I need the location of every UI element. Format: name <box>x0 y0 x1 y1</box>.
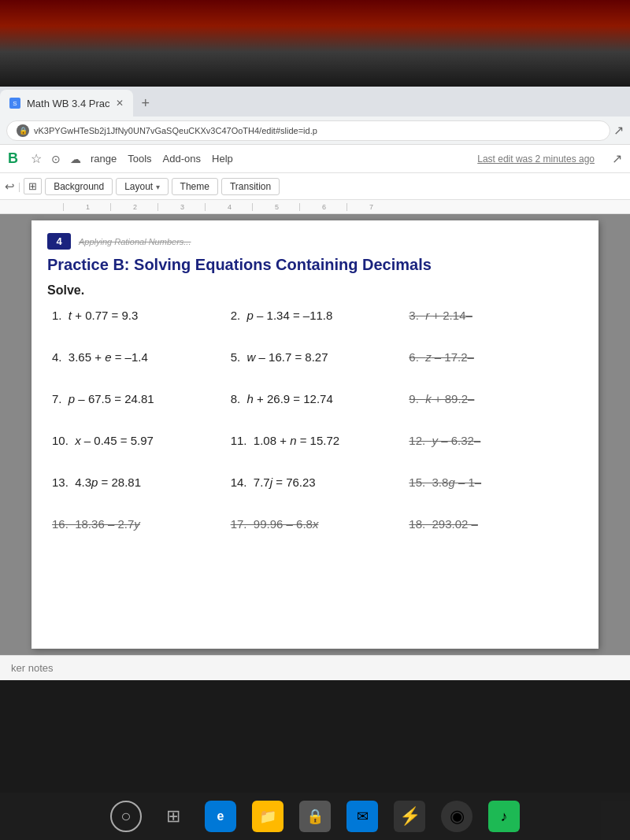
lesson-title-strikethrough: Applying Rational Numbers... <box>79 237 191 246</box>
last-edit-status: Last edit was 2 minutes ago <box>477 154 595 165</box>
problem-18: 18. 293.02 – <box>404 514 583 534</box>
menu-item-addons[interactable]: Add-ons <box>163 153 201 165</box>
taskbar: ○ ⊞ e 📁 🔒 ✉ ⚡ ◉ ♪ <box>0 793 630 840</box>
transition-button[interactable]: Transition <box>221 178 280 195</box>
menu-items: range Tools Add-ons Help <box>91 153 233 165</box>
problem-7: 7. p – 67.5 = 24.81 <box>47 389 226 409</box>
main-content-area: 4 Applying Rational Numbers... Practice … <box>0 214 630 680</box>
star-button[interactable]: ☆ <box>31 151 42 166</box>
problem-8: 8. h + 26.9 = 12.74 <box>226 389 405 409</box>
top-photo-background <box>0 0 630 87</box>
cloud-button[interactable]: ☁ <box>70 153 81 165</box>
problem-2: 2. p – 1.34 = –11.8 <box>226 305 405 325</box>
problem-1: 1. t + 0.77 = 9.3 <box>47 305 226 325</box>
theme-button[interactable]: Theme <box>172 178 218 195</box>
problem-15: 15. 3.8g – 1– <box>404 472 583 492</box>
edge-browser-icon[interactable]: e <box>205 801 236 832</box>
problem-12: 12. y – 6.32– <box>404 431 583 450</box>
slide: 4 Applying Rational Numbers... Practice … <box>32 220 598 649</box>
problem-11: 11. 1.08 + n = 15.72 <box>226 431 405 450</box>
drive-button[interactable]: ⊙ <box>51 153 61 165</box>
active-tab[interactable]: S Math WB 3.4 Prac ✕ <box>0 90 133 117</box>
menu-item-arrange[interactable]: range <box>91 153 117 165</box>
security-icon[interactable]: 🔒 <box>299 801 331 832</box>
lesson-badge: 4 <box>47 233 71 250</box>
ruler: 1 2 3 4 5 6 7 <box>0 200 630 214</box>
browser-frame: S Math WB 3.4 Prac ✕ + 🔒 vK3PYGwHTeSb2j1… <box>0 87 630 214</box>
chrome-icon[interactable]: ◉ <box>441 801 472 832</box>
new-tab-button[interactable]: + <box>133 90 158 117</box>
mail-icon[interactable]: ✉ <box>346 801 378 832</box>
slides-logo: B <box>8 150 18 167</box>
tab-favicon: S <box>9 98 20 109</box>
trend-icon: ↗ <box>612 151 622 166</box>
undo-arrow[interactable]: ↩ <box>5 179 15 194</box>
problem-6: 6. z – 17.2– <box>404 347 583 367</box>
notes-area[interactable]: ker notes <box>0 655 630 680</box>
slides-menu-bar: B ☆ ⊙ ☁ range Tools Add-ons Help Last ed… <box>0 145 630 173</box>
media-icon[interactable]: ♪ <box>488 801 520 832</box>
slides-format-toolbar: ↩ | ⊞ Background Layout ▾ Theme Transiti… <box>0 173 630 200</box>
address-bar: 🔒 vK3PYGwHTeSb2j1JfNy0UN7vGaSQeuCKXv3C47… <box>0 117 630 145</box>
problem-17: 17. 99.96 – 6.8x <box>226 514 405 534</box>
menu-item-tools[interactable]: Tools <box>128 153 151 165</box>
practice-title: Practice B: Solving Equations Containing… <box>47 256 583 274</box>
toolbar-divider-1: | <box>18 181 20 192</box>
layout-button[interactable]: Layout ▾ <box>116 178 168 195</box>
lesson-header: 4 Applying Rational Numbers... <box>47 233 583 250</box>
problem-10: 10. x – 0.45 = 5.97 <box>47 431 226 450</box>
profile-icon[interactable]: ↗ <box>613 123 624 138</box>
background-button[interactable]: Background <box>45 178 113 195</box>
slide-area[interactable]: 4 Applying Rational Numbers... Practice … <box>0 214 630 655</box>
problem-4: 4. 3.65 + e = –1.4 <box>47 347 226 367</box>
url-input[interactable]: 🔒 vK3PYGwHTeSb2j1JfNy0UN7vGaSQeuCKXv3C47… <box>6 120 610 141</box>
problem-3: 3. r + 2.14– <box>404 305 583 325</box>
solve-label: Solve. <box>47 283 583 298</box>
file-explorer-icon[interactable]: 📁 <box>252 801 284 832</box>
lightning-icon[interactable]: ⚡ <box>394 801 425 832</box>
problem-14: 14. 7.7j = 76.23 <box>226 472 405 492</box>
secure-icon: 🔒 <box>17 124 29 137</box>
problem-16: 16. 18.36 – 2.7y <box>47 514 226 534</box>
windows-icon[interactable]: ⊞ <box>158 801 189 832</box>
tab-label: Math WB 3.4 Prac <box>27 98 109 109</box>
tab-close-button[interactable]: ✕ <box>116 98 124 109</box>
problem-9: 9. k + 89.2– <box>404 389 583 409</box>
insert-button[interactable]: ⊞ <box>24 178 42 194</box>
problem-5: 5. w – 16.7 = 8.27 <box>226 347 405 367</box>
problems-grid: 1. t + 0.77 = 9.3 2. p – 1.34 = –11.8 3.… <box>47 305 583 534</box>
search-circle-icon[interactable]: ○ <box>110 801 142 832</box>
menu-item-help[interactable]: Help <box>212 153 233 165</box>
tab-bar: S Math WB 3.4 Prac ✕ + <box>0 87 630 117</box>
notes-label: ker notes <box>11 662 53 674</box>
url-text: vK3PYGwHTeSb2j1JfNy0UN7vGaSQeuCKXv3C47Oo… <box>34 126 317 135</box>
problem-13: 13. 4.3p = 28.81 <box>47 472 226 492</box>
